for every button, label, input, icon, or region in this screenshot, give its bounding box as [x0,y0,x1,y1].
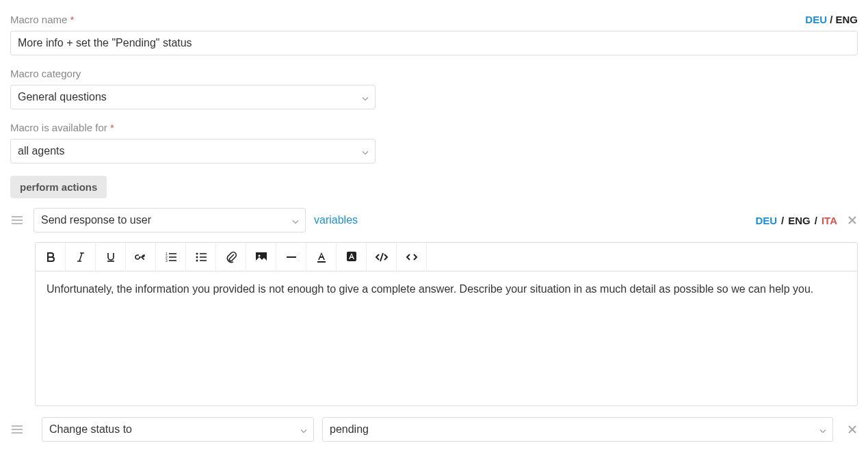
macro-category-select[interactable]: General questions [10,85,376,109]
svg-point-14 [196,256,198,258]
remove-action-icon[interactable] [847,424,858,435]
variables-link[interactable]: variables [314,214,358,226]
macro-category-label: Macro category [10,68,858,79]
lang-deu-action[interactable]: DEU [755,215,777,226]
macro-available-label: Macro is available for * [10,122,858,133]
svg-point-15 [196,260,198,262]
lang-deu-top[interactable]: DEU [805,14,827,25]
macro-available-select[interactable]: all agents [10,139,376,163]
italic-icon[interactable] [66,243,96,271]
text-color-icon[interactable] [306,243,337,271]
macro-name-input[interactable] [10,31,858,55]
lang-ita-action[interactable]: ITA [821,215,837,226]
drag-handle-icon[interactable] [10,424,34,435]
remove-action-icon[interactable] [847,215,858,226]
action-type-select-2[interactable]: Change status to [42,417,314,442]
unordered-list-icon[interactable] [186,243,216,271]
link-icon[interactable] [126,243,156,271]
editor-toolbar: 1 2 3 [36,243,857,271]
svg-point-20 [258,255,260,257]
language-switch-top: DEU / ENG [805,14,858,25]
macro-name-label: Macro name * [10,14,858,25]
source-code-icon[interactable] [397,243,427,271]
svg-line-5 [79,253,82,261]
status-value-select[interactable]: pending [322,417,833,442]
ordered-list-icon[interactable]: 1 2 3 [156,243,186,271]
drag-handle-icon[interactable] [10,215,34,226]
horizontal-rule-icon[interactable] [276,243,306,271]
response-editor: 1 2 3 [35,242,858,406]
code-block-icon[interactable] [367,243,397,271]
svg-point-13 [196,253,198,255]
editor-content-area[interactable]: Unfortunately, the information you provi… [36,271,857,406]
background-color-icon[interactable] [337,243,367,271]
underline-icon[interactable] [96,243,126,271]
perform-actions-tab[interactable]: perform actions [10,176,107,198]
action-type-select-1[interactable]: Send response to user [34,208,306,232]
bold-icon[interactable] [36,243,66,271]
lang-eng-action[interactable]: ENG [788,215,811,226]
attachment-icon[interactable] [216,243,246,271]
lang-eng-top[interactable]: ENG [835,14,858,25]
svg-text:3: 3 [166,258,168,263]
image-icon[interactable] [246,243,276,271]
svg-rect-22 [317,261,326,263]
